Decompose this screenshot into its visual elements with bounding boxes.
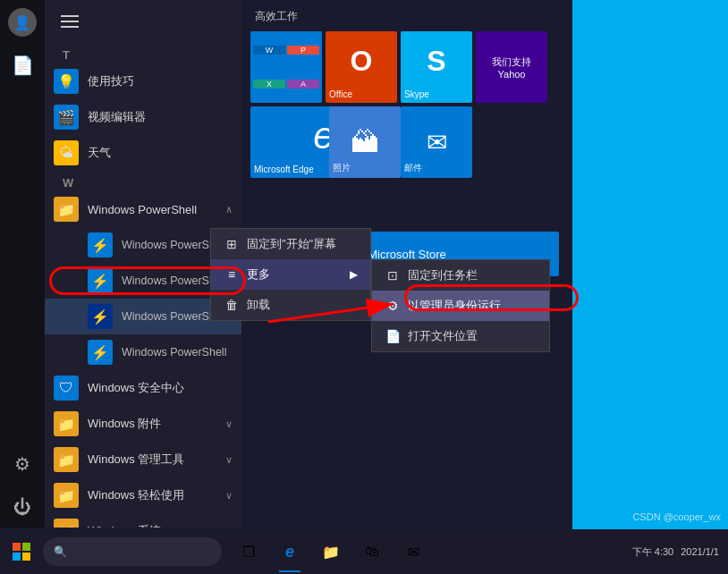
user-avatar: 👤 bbox=[8, 8, 37, 37]
taskbar-search[interactable]: 🔍 bbox=[43, 537, 222, 566]
system-expand: ∨ bbox=[225, 526, 233, 528]
photo-tile-label: 照片 bbox=[333, 162, 351, 174]
pin-taskbar-icon: ⊡ bbox=[385, 268, 401, 283]
expand-icon: ∧ bbox=[225, 204, 233, 215]
taskbar-date: 2021/1/1 bbox=[681, 546, 719, 557]
watermark: CSDN @cooper_wx bbox=[632, 511, 721, 522]
hamburger-area[interactable] bbox=[45, 0, 241, 43]
tile-row-1: W P X A O Office S Skype 我们支持 Yahoo bbox=[250, 31, 563, 103]
app-easyaccess[interactable]: 📁 Windows 轻松使用 ∨ bbox=[45, 477, 241, 513]
avatar-icon[interactable]: 👤 bbox=[2, 2, 43, 43]
svg-rect-5 bbox=[22, 553, 30, 561]
tile-multi-apps[interactable]: W P X A bbox=[250, 31, 322, 103]
powershell-folder-icon: 📁 bbox=[54, 197, 79, 222]
taskbar-apps: ❐ e 📁 🛍 ✉ bbox=[229, 529, 433, 574]
office-tile-label: Office bbox=[329, 89, 352, 99]
ctx-uninstall[interactable]: 🗑 卸载 bbox=[211, 290, 370, 320]
multi-cell-4: A bbox=[287, 80, 319, 89]
taskbar-right: 下午 4:30 2021/1/1 bbox=[632, 545, 728, 559]
tile-photo[interactable]: 🏔 照片 bbox=[329, 106, 401, 178]
svg-rect-2 bbox=[13, 543, 21, 551]
taskbar-edge[interactable]: e bbox=[270, 529, 309, 574]
powershell-group-label: Windows PowerShell bbox=[88, 203, 197, 216]
yahoo-text: 我们支持 Yahoo bbox=[476, 52, 547, 83]
tile-skype[interactable]: S Skype bbox=[401, 31, 472, 103]
taskbar-explorer[interactable]: 📁 bbox=[311, 529, 351, 574]
taskbar-store[interactable]: 🛍 bbox=[352, 529, 392, 574]
ps4-icon: ⚡ bbox=[88, 340, 113, 365]
settings-icon[interactable]: ⚙ bbox=[2, 443, 43, 485]
management-label: Windows 管理工具 bbox=[88, 452, 184, 468]
section-t: T bbox=[45, 43, 241, 63]
app-security[interactable]: 🛡 Windows 安全中心 bbox=[45, 370, 241, 406]
easyaccess-icon: 📁 bbox=[54, 483, 79, 508]
side-icon-rail: 👤 📄 ⚙ ⏻ bbox=[0, 0, 45, 528]
app-skills[interactable]: 💡 使用技巧 bbox=[45, 63, 241, 99]
more-arrow-icon: ▶ bbox=[350, 268, 358, 281]
context-menu-sub: ⊡ 固定到任务栏 ⚙ 以管理员身份运行 📄 打开文件位置 bbox=[371, 259, 550, 352]
app-weather[interactable]: 🌤 天气 bbox=[45, 135, 241, 171]
ctx-open-location-label: 打开文件位置 bbox=[408, 328, 478, 344]
mail-tile-label: 邮件 bbox=[404, 162, 422, 174]
section-w: W bbox=[45, 171, 241, 191]
multi-cell-2: P bbox=[287, 46, 319, 55]
accessories-label: Windows 附件 bbox=[88, 416, 161, 432]
accessories-expand: ∨ bbox=[225, 418, 233, 430]
taskbar-mail-icon: ✉ bbox=[408, 544, 419, 561]
app-accessories[interactable]: 📁 Windows 附件 ∨ bbox=[45, 406, 241, 442]
tile-mail[interactable]: ✉ 邮件 bbox=[401, 106, 472, 178]
app-powershell-4[interactable]: ⚡ Windows PowerShell bbox=[45, 334, 241, 370]
pin-start-icon: ⊞ bbox=[224, 237, 240, 251]
ps4-label: Windows PowerShell bbox=[122, 346, 226, 359]
taskbar-time: 下午 4:30 bbox=[632, 545, 673, 559]
app-system[interactable]: 📁 Windows 系统 ∨ bbox=[45, 513, 241, 528]
ctx-run-admin-label: 以管理员身份运行 bbox=[408, 298, 501, 314]
management-icon: 📁 bbox=[54, 447, 79, 472]
security-label: Windows 安全中心 bbox=[88, 380, 184, 396]
app-powershell-group[interactable]: 📁 Windows PowerShell ∧ bbox=[45, 191, 241, 227]
tile-office[interactable]: O Office bbox=[326, 31, 397, 103]
ps2-icon: ⚡ bbox=[88, 268, 113, 293]
hamburger-icon[interactable] bbox=[61, 15, 79, 28]
taskbar-edge-icon: e bbox=[285, 543, 294, 561]
ctx-pin-start[interactable]: ⊞ 固定到"开始"屏幕 bbox=[211, 229, 370, 259]
accessories-icon: 📁 bbox=[54, 411, 79, 436]
video-editor-label: 视频编辑器 bbox=[88, 109, 146, 125]
windows-logo-icon bbox=[13, 543, 30, 561]
watermark-text: CSDN @cooper_wx bbox=[632, 511, 721, 522]
skype-tile-label: Skype bbox=[404, 89, 429, 99]
start-button[interactable] bbox=[0, 529, 43, 574]
svg-rect-4 bbox=[13, 553, 21, 561]
office-icon: O bbox=[351, 45, 373, 78]
tile-yahoo[interactable]: 我们支持 Yahoo bbox=[476, 31, 547, 103]
run-admin-icon: ⚙ bbox=[385, 299, 401, 313]
task-view-icon: ❐ bbox=[242, 544, 255, 561]
multi-cell-3: X bbox=[253, 80, 285, 89]
taskbar-explorer-icon: 📁 bbox=[322, 544, 340, 561]
easyaccess-expand: ∨ bbox=[225, 490, 233, 502]
edge-tile-label: Microsoft Edge bbox=[254, 165, 314, 174]
ps3-icon: ⚡ bbox=[88, 304, 113, 329]
taskbar-task-view[interactable]: ❐ bbox=[229, 529, 268, 574]
ctx-open-location[interactable]: 📄 打开文件位置 bbox=[372, 321, 549, 351]
search-icon: 🔍 bbox=[54, 545, 67, 558]
ps1-icon: ⚡ bbox=[88, 232, 113, 257]
taskbar-store-icon: 🛍 bbox=[365, 544, 379, 560]
ctx-run-admin[interactable]: ⚙ 以管理员身份运行 bbox=[372, 291, 549, 321]
documents-icon[interactable]: 📄 bbox=[2, 45, 43, 86]
skype-icon: S bbox=[427, 45, 445, 78]
app-management[interactable]: 📁 Windows 管理工具 ∨ bbox=[45, 442, 241, 477]
taskbar-mail[interactable]: ✉ bbox=[394, 529, 433, 574]
svg-rect-3 bbox=[22, 543, 30, 551]
desktop: 👤 📄 ⚙ ⏻ T bbox=[0, 0, 728, 574]
ctx-pin-taskbar[interactable]: ⊡ 固定到任务栏 bbox=[372, 260, 549, 291]
ctx-pin-taskbar-label: 固定到任务栏 bbox=[408, 267, 478, 283]
video-editor-icon: 🎬 bbox=[54, 105, 79, 130]
power-icon[interactable]: ⏻ bbox=[2, 486, 43, 528]
app-video-editor[interactable]: 🎬 视频编辑器 bbox=[45, 99, 241, 135]
taskbar: 🔍 ❐ e 📁 🛍 ✉ 下午 4:30 2021/1/1 bbox=[0, 529, 728, 574]
tile-row-2: e Microsoft Edge 🏔 照片 ✉ 邮件 bbox=[250, 106, 563, 178]
ctx-more[interactable]: ≡ 更多 ▶ bbox=[211, 259, 370, 290]
system-icon: 📁 bbox=[54, 519, 79, 528]
ctx-pin-start-label: 固定到"开始"屏幕 bbox=[247, 236, 336, 252]
